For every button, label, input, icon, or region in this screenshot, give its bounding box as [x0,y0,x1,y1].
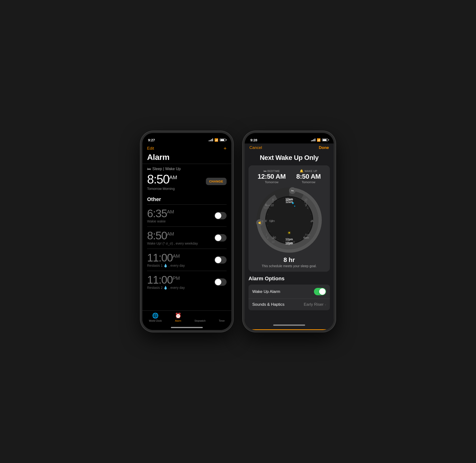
signal-icon [209,138,213,141]
alarm-toggle-3[interactable] [215,256,227,264]
svg-text:6pm: 6pm [269,219,275,223]
phone-2: 9:28 📶 Cancel Done Next [243,131,336,332]
alarm-time-2: 8:50AM [147,230,198,241]
sounds-haptics-label: Sounds & Haptics [252,302,284,307]
alarm-label-3: Restasis 1 💧 , every day [147,264,185,267]
sounds-haptics-row[interactable]: Sounds & Haptics Early Riser › [249,299,330,310]
tab-label-stopwatch: Stopwatch [194,320,206,322]
svg-text:8: 8 [272,201,274,204]
tab-stopwatch[interactable]: ⏱ Stopwatch [194,313,206,322]
svg-text:2: 2 [307,206,308,209]
options-card: Wake Up Alarm Sounds & Haptics Early Ris… [249,285,330,310]
alarm-page-title: Alarm [142,151,231,164]
cancel-button[interactable]: Cancel [249,145,262,150]
clock-times-row: 🛏 BEDTIME 12:50 AM Tomorrow 🔔 WAKE UP 8:… [252,169,326,184]
alarm-item-4[interactable]: 11:00PM Restasis 2 💧 , every day [147,271,227,293]
wake-up-alarm-row[interactable]: Wake Up Alarm [249,285,330,299]
sleep-schedule-title: Next Wake Up Only [245,152,334,165]
tab-label-alarm: Alarm [175,320,181,322]
alarm-header: Edit + [142,143,231,151]
wifi-icon: 📶 [215,138,218,142]
sleep-subtitle: Tomorrow Morning [147,187,177,191]
alarm-time-4: 11:00PM [147,274,185,285]
bedtime-block: 🛏 BEDTIME 12:50 AM Tomorrow [258,169,286,184]
sleep-wake-section: 🛏 Sleep | Wake Up 8:50AM Tomorrow Mornin… [142,164,231,193]
duration-value: 8 hr [252,256,326,264]
wifi-icon-2: 📶 [317,138,321,142]
bedtime-value: 12:50 AM [258,173,286,180]
chevron-icon: › [325,303,326,306]
svg-text:4: 4 [262,220,263,223]
phone-1: 9:27 📶 Edit + Alarm [140,131,233,332]
alarm-toggle-1[interactable] [215,212,227,219]
alarm-label-4: Restasis 2 💧 , every day [147,286,185,290]
wake-up-alarm-toggle[interactable] [314,288,326,295]
alarm-time-1: 6:35AM [147,208,174,219]
svg-text:2: 2 [305,204,306,207]
alarm-item-2[interactable]: 8:50AM Wake Up! (* σ_σ) , every weekday [147,226,227,249]
bed-icon-2: 🛏 [263,169,267,173]
alarm-item-3[interactable]: 11:00AM Restasis 1 💧 , every day [147,249,227,271]
bedtime-icon-row: 🛏 BEDTIME [258,169,286,173]
svg-text:4: 4 [311,220,313,223]
add-alarm-button[interactable]: + [224,145,227,151]
stopwatch-icon: ⏱ [197,313,203,319]
notch-2 [271,133,307,140]
world-clock-icon: 🌐 [152,313,159,319]
alarm-icon: ⏰ [175,313,181,319]
svg-text:10: 10 [271,236,274,239]
svg-text:🛏: 🛏 [291,189,294,192]
svg-text:6pm: 6pm [264,206,269,209]
sleep-time-display: 8:50AM [147,172,177,186]
svg-text:12pm: 12pm [285,238,293,241]
tab-world-clock[interactable]: 🌐 World Clock [149,313,162,322]
home-indicator-1 [171,327,203,328]
sleep-nav: Cancel Done [245,143,334,152]
alarm-time-3: 11:00AM [147,252,185,263]
alarm-item-1[interactable]: 6:35AM Wakie wakie [147,204,227,226]
sleep-section-label: 🛏 Sleep | Wake Up [147,167,227,171]
status-time-1: 9:27 [148,138,155,142]
bottom-area [245,322,334,330]
clock-svg: 12am 2 4 6am 8 10 12pm 2 [256,187,323,253]
done-button[interactable]: Done [319,145,329,150]
alarm-label-1: Wakie wakie [147,219,174,223]
wake-up-alarm-label: Wake Up Alarm [252,289,280,294]
sleep-time-row: 8:50AM Tomorrow Morning CHANGE [147,172,227,191]
svg-text:12am: 12am [286,200,293,204]
change-button[interactable]: CHANGE [206,178,227,185]
status-icons-2: 📶 [311,138,328,142]
svg-text:10: 10 [271,240,274,243]
svg-text:🔔: 🔔 [258,221,261,224]
svg-text:6am: 6am [303,236,308,239]
tab-label-world-clock: World Clock [149,320,162,322]
alarm-toggle-4[interactable] [215,278,227,286]
bed-icon: 🛏 [147,167,151,171]
svg-text:8: 8 [293,240,295,243]
alarm-toggle-2[interactable] [215,234,227,241]
tab-label-timer: Timer [219,320,225,322]
notch [169,133,205,140]
battery-icon-2 [322,138,328,141]
svg-text:2: 2 [267,236,269,239]
bell-icon: 🔔 [300,169,304,173]
tab-timer[interactable]: ⏲ Timer [219,313,225,322]
phone2-content: Cancel Done Next Wake Up Only 🛏 BEDTIME … [245,143,334,330]
other-section-label: Other [147,196,227,204]
other-section: Other 6:35AM Wakie wakie [142,193,231,293]
svg-text:✦: ✦ [294,205,296,207]
tab-alarm[interactable]: ⏰ Alarm [175,313,181,322]
svg-text:8: 8 [265,219,267,223]
home-indicator-2 [273,325,305,326]
edit-button[interactable]: Edit [147,146,154,151]
timer-icon: ⏲ [219,313,225,319]
wakeup-value: 8:50 AM [296,173,321,180]
duration-sub: This schedule meets your sleep goal. [252,264,326,268]
battery-icon [220,138,226,141]
circular-clock[interactable]: 12am 2 4 6am 8 10 12pm 2 [256,187,323,253]
status-icons-1: 📶 [209,138,226,142]
sleep-duration: 8 hr This schedule meets your sleep goal… [252,256,326,268]
wakeup-sub: Tomorrow [296,180,321,184]
signal-icon-2 [311,138,315,141]
clock-card: 🛏 BEDTIME 12:50 AM Tomorrow 🔔 WAKE UP 8:… [249,165,330,272]
